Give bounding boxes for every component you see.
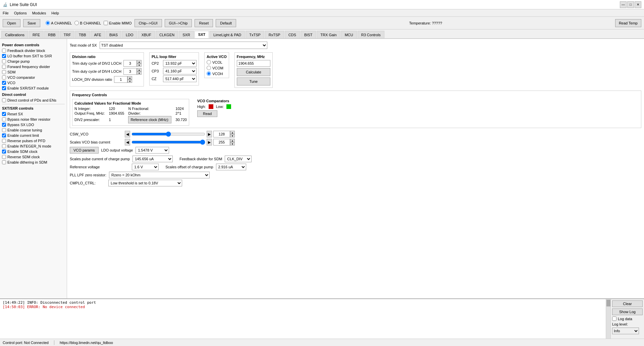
scales-vco-left[interactable]: ◀: [125, 139, 130, 146]
reference-voltage-select[interactable]: 1.6 V 1.4 V 1.8 V: [132, 164, 159, 170]
bypass-sx-ldo-checkbox[interactable]: [2, 123, 6, 127]
menu-file[interactable]: File: [3, 11, 9, 15]
tab-afe[interactable]: AFE: [91, 31, 105, 38]
sidebar-item-vco-comparator[interactable]: VCO comparator: [2, 75, 65, 80]
enable-sxr-sxt-checkbox[interactable]: [2, 86, 6, 90]
tab-mcu[interactable]: MCU: [341, 31, 357, 38]
channel-b-label[interactable]: B CHANNEL: [74, 21, 101, 25]
tab-xbuf[interactable]: XBUF: [138, 31, 155, 38]
sidebar-item-enable-dithering[interactable]: Enable dithering in SDM: [2, 160, 65, 165]
sidebar-item-reset-sx[interactable]: Reset SX: [2, 112, 65, 116]
trim-div2-up[interactable]: ▲: [137, 60, 142, 63]
trim-div2-input[interactable]: [123, 60, 137, 67]
sidebar-item-fwd-freq[interactable]: Forward frequency divider: [2, 64, 65, 69]
test-mode-select[interactable]: TST disabled TST mode 1 TST mode 2: [100, 42, 267, 49]
cmplo-select[interactable]: Low threshold is set to 0.18V Low thresh…: [108, 180, 182, 186]
trim-div4-down[interactable]: ▼: [137, 71, 142, 75]
tab-trx-gain[interactable]: TRX Gain: [317, 31, 340, 38]
tab-limelight[interactable]: LimeLight & PAD: [210, 31, 245, 38]
sidebar-item-bypass-noise[interactable]: Bypass noise filter resistor: [2, 117, 65, 122]
scales-vco-slider[interactable]: [131, 139, 205, 145]
loch-div-input[interactable]: [114, 76, 127, 83]
sidebar-item-reverse-sdm[interactable]: Reverse SDM clock: [2, 155, 65, 159]
sidebar-item-bypass-sx-ldo[interactable]: Bypass SX LDO: [2, 122, 65, 127]
enable-integer-n-checkbox[interactable]: [2, 144, 6, 148]
direct-pds-checkbox[interactable]: [2, 98, 6, 102]
save-button[interactable]: Save: [23, 19, 40, 27]
enable-mimo-label[interactable]: Enable MIMO: [104, 21, 131, 25]
clear-button[interactable]: Clear: [612, 300, 643, 307]
tab-rfe[interactable]: RFE: [29, 31, 44, 38]
sidebar-item-feedback-divider[interactable]: Feedback divider block: [2, 48, 65, 53]
channel-b-radio[interactable]: [74, 21, 79, 25]
charge-pump-checkbox[interactable]: [2, 59, 6, 63]
vcom-radio-label[interactable]: VCOM: [207, 66, 227, 70]
tab-rbb[interactable]: RBB: [44, 31, 59, 38]
tab-ldo[interactable]: LDO: [122, 31, 137, 38]
trim-div2-down[interactable]: ▼: [137, 63, 142, 67]
show-log-button[interactable]: Show Log: [612, 308, 643, 315]
ref-clock-button[interactable]: Reference clock (MHz):: [128, 116, 171, 123]
ldo-output-select[interactable]: 1.5478 V 1.4 V 1.6 V: [136, 147, 169, 154]
freq-input[interactable]: [237, 60, 270, 67]
sidebar-item-direct-pds[interactable]: Direct control of PDs and ENs: [2, 98, 65, 103]
scales-vco-right[interactable]: ▶: [207, 139, 212, 146]
tune-button[interactable]: Tune: [237, 77, 270, 85]
gui-to-chip-button[interactable]: GUI-->Chip: [165, 19, 192, 27]
chip-to-gui-button[interactable]: Chip-->GUI: [135, 19, 162, 27]
tab-sxt[interactable]: SXT: [195, 31, 209, 38]
vcoh-radio[interactable]: [207, 71, 211, 76]
loch-div-up[interactable]: ▲: [127, 76, 132, 79]
tab-rxtsp[interactable]: RxTSP: [265, 31, 284, 38]
log-level-select[interactable]: Info Debug Warning Error: [612, 328, 639, 334]
enable-coarse-checkbox[interactable]: [2, 128, 6, 132]
sidebar-item-sdm[interactable]: SDM: [2, 70, 65, 74]
csw-vco-down[interactable]: ▼: [230, 134, 235, 137]
menu-modules[interactable]: Modules: [32, 11, 46, 15]
scales-pulse-select[interactable]: 145.656 uA 72.828 uA: [132, 156, 173, 162]
lo-buffer-checkbox[interactable]: [2, 54, 6, 58]
tab-bist[interactable]: BIST: [301, 31, 316, 38]
vcol-radio[interactable]: [207, 60, 211, 64]
tab-tbb[interactable]: TBB: [75, 31, 90, 38]
reset-button[interactable]: Reset: [195, 19, 213, 27]
tab-clkgen[interactable]: CLKGEN: [156, 31, 178, 38]
menu-help[interactable]: Help: [51, 11, 59, 15]
tab-bias[interactable]: BIAS: [106, 31, 121, 38]
csw-vco-slider[interactable]: [131, 131, 205, 137]
vcoh-radio-label[interactable]: VCOH: [207, 71, 227, 76]
scales-vco-input[interactable]: [213, 139, 230, 146]
maximize-button[interactable]: □: [627, 1, 634, 8]
cp3-select[interactable]: 41.160 pF: [163, 68, 197, 74]
enable-current-checkbox[interactable]: [2, 133, 6, 137]
cp2-select[interactable]: 13.932 pF 27.864 pF: [163, 60, 197, 67]
sidebar-item-reverse-pfd[interactable]: Reverse pulses of PFD: [2, 138, 65, 143]
sidebar-item-enable-current[interactable]: Enable current limit: [2, 133, 65, 138]
pll-lpf-select[interactable]: Rzero = 20 kOhm Rzero = 10 kOhm Rzero = …: [109, 172, 210, 178]
vco-params-button[interactable]: VCO params: [70, 147, 99, 154]
loch-div-down[interactable]: ▼: [127, 79, 132, 83]
tab-r3controls[interactable]: R3 Controls: [358, 31, 384, 38]
sidebar-item-enable-sdm-clock[interactable]: Enable SDM clock: [2, 149, 65, 154]
default-button[interactable]: Default: [216, 19, 236, 27]
calculate-button[interactable]: Calculate: [237, 68, 270, 76]
scales-vco-up[interactable]: ▲: [230, 139, 235, 142]
csw-vco-left[interactable]: ◀: [125, 131, 130, 137]
trim-div4-input[interactable]: [123, 68, 137, 75]
fwd-freq-checkbox[interactable]: [2, 65, 6, 69]
log-data-checkbox[interactable]: [612, 316, 616, 321]
menu-options[interactable]: Options: [14, 11, 27, 15]
scales-offset-select[interactable]: 2.916 uA 1.458 uA: [216, 164, 246, 170]
reverse-sdm-checkbox[interactable]: [2, 155, 6, 159]
bypass-noise-checkbox[interactable]: [2, 117, 6, 121]
reset-sx-checkbox[interactable]: [2, 112, 6, 116]
scales-vco-down[interactable]: ▼: [230, 142, 235, 146]
feedback-div-select[interactable]: CLK_DIV DIV2 DIV4: [225, 156, 252, 162]
enable-dithering-checkbox[interactable]: [2, 160, 6, 164]
sidebar-item-charge-pump[interactable]: Charge pump: [2, 59, 65, 64]
read-temp-button[interactable]: Read Temp: [615, 19, 641, 27]
channel-a-label[interactable]: A CHANNEL: [46, 21, 72, 25]
enable-mimo-checkbox[interactable]: [104, 21, 108, 25]
sidebar-item-lo-buffer[interactable]: LO buffer from SXT to SXR: [2, 54, 65, 58]
feedback-divider-checkbox[interactable]: [2, 49, 6, 53]
